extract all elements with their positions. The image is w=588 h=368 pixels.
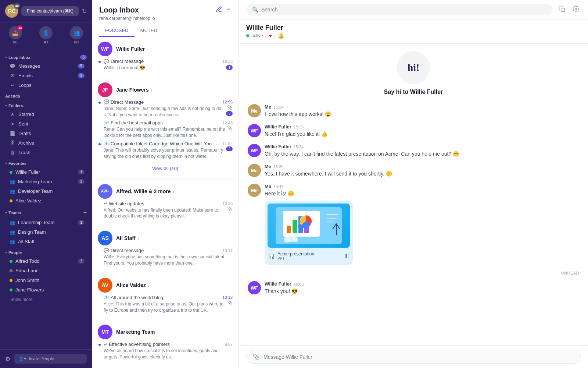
- section-teams[interactable]: ▾ Teams +: [0, 206, 92, 217]
- person-edna[interactable]: Edna Lane: [2, 266, 90, 275]
- person-alfred[interactable]: Alfred Todd 2: [2, 256, 90, 266]
- online-dot: [10, 260, 12, 263]
- loop-icon: ↩: [104, 201, 107, 206]
- offline-dot: [10, 269, 12, 272]
- tab-muted[interactable]: MUTED: [135, 25, 163, 37]
- svg-point-20: [293, 237, 298, 242]
- status-text: active: [251, 33, 263, 38]
- sidebar-top: RC 40 Find contact/team (⌘K) ↻: [0, 0, 92, 22]
- my-avatar: Me: [248, 104, 261, 117]
- chat-input-box[interactable]: 📎: [246, 350, 581, 364]
- nav-archive[interactable]: 🗄 Archive: [2, 138, 90, 148]
- show-more-button[interactable]: Show more: [0, 295, 92, 304]
- avatar-allstaff: AS: [98, 231, 112, 245]
- person-jane[interactable]: Jane Flowers: [2, 285, 90, 294]
- refresh-button[interactable]: ↻: [82, 8, 87, 15]
- filter-button[interactable]: [225, 6, 231, 14]
- attachment-icon: 📎: [227, 105, 233, 110]
- favorite-marketing[interactable]: 👥 Marketing Team 2: [2, 177, 90, 186]
- presentation-illustration: [276, 207, 342, 244]
- copy-icon: [559, 6, 565, 12]
- add-team-button[interactable]: +: [83, 209, 87, 216]
- team-icon: 👥: [10, 239, 15, 244]
- section-agenda[interactable]: Agenda: [0, 90, 92, 100]
- tab-focused[interactable]: FOCUSED: [99, 25, 135, 37]
- message-item-dm2: 💬 Direct message 10:17 Willie: Everyone …: [98, 248, 233, 266]
- status-dot: [246, 34, 249, 37]
- invite-people-button[interactable]: 👤+ Invite People: [14, 354, 87, 364]
- nav-drafts[interactable]: 📄 Drafts: [2, 129, 90, 138]
- conversation-alfred[interactable]: AW+ Alfred, Willie & 2 more › ↩ Website …: [92, 180, 239, 227]
- favorite-alice[interactable]: Alice Valdez: [2, 196, 90, 205]
- conversation-alice[interactable]: AV Alice Valdez › 📧 All around the world…: [92, 273, 239, 321]
- download-icon[interactable]: ⬇: [344, 253, 348, 259]
- section-folders[interactable]: ▾ Folders: [0, 100, 92, 109]
- chat-message-2: WF Willie Fuller 15:26 Nice! I'm glad yo…: [248, 124, 579, 138]
- chat-message-5: Me Me 15:47 Here it is! 😊: [248, 184, 579, 265]
- favorite-developer[interactable]: 👥 Developer Team: [2, 187, 90, 196]
- settings-button[interactable]: [571, 4, 581, 15]
- right-header: 🔍: [239, 0, 588, 20]
- sidebar-nav: ▾ Loop Inbox 8 💬 Messages 5 ✉ Emails 2 ↩…: [0, 48, 92, 349]
- search-bar[interactable]: 🔍: [246, 4, 553, 15]
- team-design[interactable]: 👥 Design Team: [2, 227, 90, 237]
- say-hi-container: hi! Say hi to Willie Fuller: [248, 51, 579, 95]
- svg-rect-10: [287, 226, 291, 233]
- chat-input-area: 📎: [239, 345, 588, 368]
- conversation-willie[interactable]: WF Willie Fuller › 💬 Direct Message 16:3…: [92, 37, 239, 78]
- compose-button[interactable]: [216, 6, 222, 14]
- middle-tabs: FOCUSED MUTED: [99, 25, 231, 37]
- section-people[interactable]: ▾ People: [0, 247, 92, 256]
- copy-button[interactable]: [557, 4, 567, 15]
- team-leadership[interactable]: 👥 Leadership Team 1: [2, 218, 90, 227]
- sidebar-bottom: ⚙ 👤+ Invite People: [0, 349, 92, 368]
- message-input[interactable]: [263, 354, 574, 360]
- nav-starred[interactable]: ★ Starred: [2, 110, 90, 119]
- loops-icon: ↩: [10, 82, 15, 88]
- chat-message-3: WF Willie Fuller 15:34 Oh, by the way, I…: [248, 144, 579, 158]
- hi-bubble: hi!: [397, 51, 430, 84]
- team-icon: 👥: [10, 230, 15, 235]
- willie-avatar: WF: [248, 144, 261, 157]
- user-avatar[interactable]: RC 40: [5, 4, 18, 18]
- my-avatar: Me: [248, 164, 261, 177]
- conversation-allstaff[interactable]: AS All Staff › 💬 Direct message 10:17 Wi…: [92, 226, 239, 273]
- chat-message-1: Me Me 15:24 I love how this app works! 😀: [248, 104, 579, 118]
- attachment-ext: PPT: [277, 256, 342, 261]
- message-item-dm: 💬 Direct Message 12:56 Jane: Nope! Sorry…: [98, 99, 233, 118]
- sidebar-shortcut-3[interactable]: 👥 ⌘3: [61, 22, 92, 48]
- sidebar-shortcut-2[interactable]: 👤 ⌘2: [31, 22, 61, 48]
- attachment-name: Acme presentation: [277, 251, 342, 256]
- sidebar-shortcut-1[interactable]: 📥 40 ⌘1: [0, 22, 31, 48]
- gear-icon: [573, 6, 579, 12]
- view-all-link[interactable]: View all (10): [98, 162, 233, 175]
- message-item-inkjet: 📧 Compatible Inkjet Cartridge Which One …: [98, 141, 233, 160]
- attach-icon[interactable]: 📎: [252, 353, 260, 360]
- team-allstaff[interactable]: 👥 All Staff: [2, 237, 90, 246]
- conversation-jane[interactable]: JF Jane Flowers › 💬 Direct Message 12:56…: [92, 78, 239, 180]
- nav-loops[interactable]: ↩ Loops: [2, 81, 90, 90]
- favorite-willie[interactable]: Willie Fuller 1: [2, 167, 90, 177]
- middle-header: Loop Inbox rena.carpenter@intheloop.io F…: [92, 0, 239, 37]
- svg-rect-6: [561, 8, 565, 11]
- settings-button[interactable]: ⚙: [5, 355, 10, 362]
- star-icon: ★: [10, 112, 15, 117]
- section-favorites[interactable]: ▾ Favorites: [0, 158, 92, 167]
- attachment-icon: 📎: [227, 125, 233, 131]
- team-icon: 👥: [10, 179, 15, 184]
- mute-icon[interactable]: 🔔: [278, 33, 284, 39]
- nav-trash[interactable]: 🗑 Trash: [2, 148, 90, 157]
- find-contact-button[interactable]: Find contact/team (⌘K): [21, 6, 79, 16]
- messages-list: WF Willie Fuller › 💬 Direct Message 16:3…: [92, 37, 239, 368]
- nav-messages[interactable]: 💬 Messages 5: [2, 61, 90, 71]
- heart-icon[interactable]: ♥: [269, 33, 272, 39]
- chat-message-6: WF Willie Fuller 16:05 Thank you! 😎: [248, 281, 579, 295]
- nav-emails[interactable]: ✉ Emails 2: [2, 71, 90, 80]
- section-loop-inbox[interactable]: ▾ Loop Inbox 8: [0, 51, 92, 61]
- attachment-icon: 📎: [227, 300, 233, 305]
- search-input[interactable]: [261, 7, 547, 13]
- emails-icon: ✉: [10, 73, 15, 78]
- person-john[interactable]: John Smith: [2, 276, 90, 285]
- nav-sent[interactable]: ➤ Sent: [2, 119, 90, 128]
- conversation-marketing[interactable]: MT Marketing Team › ↩ Effective advertis…: [92, 320, 239, 367]
